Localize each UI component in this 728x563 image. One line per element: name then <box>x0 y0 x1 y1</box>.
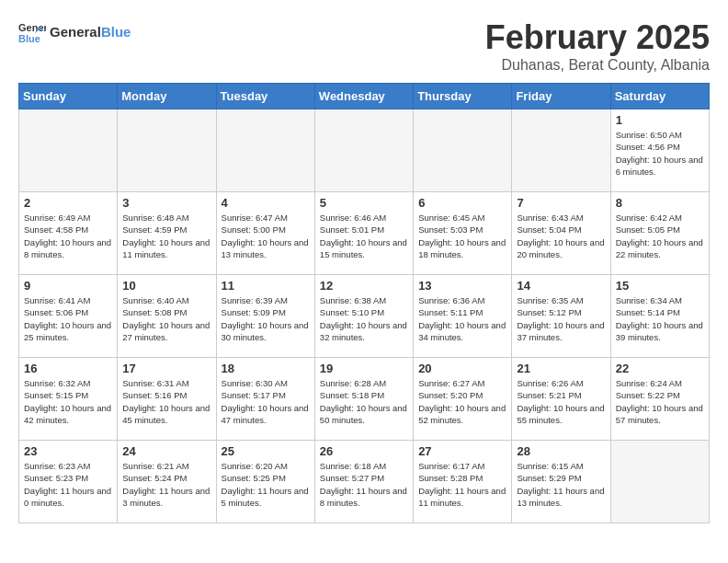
day-number: 28 <box>517 444 605 458</box>
calendar-cell: 6Sunrise: 6:45 AMSunset: 5:03 PMDaylight… <box>414 192 512 275</box>
calendar-cell: 9Sunrise: 6:41 AMSunset: 5:06 PMDaylight… <box>19 275 118 358</box>
day-number: 12 <box>320 279 408 293</box>
calendar-cell: 13Sunrise: 6:36 AMSunset: 5:11 PMDayligh… <box>414 275 512 358</box>
day-number: 25 <box>222 444 310 458</box>
day-info: Sunrise: 6:15 AMSunset: 5:29 PMDaylight:… <box>517 460 605 509</box>
calendar-day-header: Wednesday <box>314 84 413 109</box>
day-number: 16 <box>24 362 112 375</box>
calendar-cell <box>19 109 118 192</box>
day-number: 17 <box>122 362 210 375</box>
day-info: Sunrise: 6:17 AMSunset: 5:28 PMDaylight:… <box>418 460 506 509</box>
day-info: Sunrise: 6:23 AMSunset: 5:23 PMDaylight:… <box>24 460 112 509</box>
day-info: Sunrise: 6:32 AMSunset: 5:15 PMDaylight:… <box>24 377 112 426</box>
calendar-cell: 16Sunrise: 6:32 AMSunset: 5:15 PMDayligh… <box>19 358 118 441</box>
calendar-cell <box>512 109 610 192</box>
calendar-cell: 4Sunrise: 6:47 AMSunset: 5:00 PMDaylight… <box>216 192 314 275</box>
day-number: 6 <box>418 196 506 210</box>
calendar-cell: 8Sunrise: 6:42 AMSunset: 5:05 PMDaylight… <box>610 192 709 275</box>
calendar-week-row: 9Sunrise: 6:41 AMSunset: 5:06 PMDaylight… <box>19 275 710 358</box>
calendar-cell: 14Sunrise: 6:35 AMSunset: 5:12 PMDayligh… <box>512 275 610 358</box>
title-block: February 2025 Duhanas, Berat County, Alb… <box>485 18 710 74</box>
day-number: 15 <box>616 279 704 293</box>
day-number: 18 <box>222 362 310 375</box>
calendar-cell: 11Sunrise: 6:39 AMSunset: 5:09 PMDayligh… <box>216 275 314 358</box>
calendar-cell: 25Sunrise: 6:20 AMSunset: 5:25 PMDayligh… <box>216 441 314 523</box>
day-number: 7 <box>517 196 605 210</box>
calendar-cell <box>118 109 216 192</box>
day-number: 23 <box>24 444 112 458</box>
day-info: Sunrise: 6:34 AMSunset: 5:14 PMDaylight:… <box>616 294 704 343</box>
calendar-cell <box>216 109 314 192</box>
day-info: Sunrise: 6:42 AMSunset: 5:05 PMDaylight:… <box>616 212 704 260</box>
calendar-cell: 22Sunrise: 6:24 AMSunset: 5:22 PMDayligh… <box>610 358 709 441</box>
calendar-cell: 17Sunrise: 6:31 AMSunset: 5:16 PMDayligh… <box>118 358 216 441</box>
calendar-day-header: Thursday <box>414 84 512 109</box>
calendar-cell: 27Sunrise: 6:17 AMSunset: 5:28 PMDayligh… <box>414 441 512 523</box>
day-number: 27 <box>418 444 506 458</box>
svg-text:General: General <box>18 22 46 33</box>
calendar-header-row: SundayMondayTuesdayWednesdayThursdayFrid… <box>19 84 710 109</box>
calendar-cell: 21Sunrise: 6:26 AMSunset: 5:21 PMDayligh… <box>512 358 610 441</box>
day-info: Sunrise: 6:36 AMSunset: 5:11 PMDaylight:… <box>418 294 506 343</box>
day-number: 24 <box>122 444 210 458</box>
calendar-cell: 19Sunrise: 6:28 AMSunset: 5:18 PMDayligh… <box>314 358 413 441</box>
calendar-cell: 23Sunrise: 6:23 AMSunset: 5:23 PMDayligh… <box>19 441 118 523</box>
calendar-week-row: 1Sunrise: 6:50 AMSunset: 4:56 PMDaylight… <box>19 109 710 192</box>
page-header: General Blue GeneralBlue February 2025 D… <box>18 18 710 74</box>
calendar-day-header: Saturday <box>610 84 709 109</box>
calendar-cell <box>610 441 709 523</box>
day-number: 5 <box>320 196 408 210</box>
calendar-day-header: Monday <box>118 84 216 109</box>
day-number: 11 <box>222 279 310 293</box>
logo: General Blue GeneralBlue <box>18 18 131 46</box>
calendar-cell: 15Sunrise: 6:34 AMSunset: 5:14 PMDayligh… <box>610 275 709 358</box>
day-number: 1 <box>616 113 704 127</box>
day-number: 10 <box>122 279 210 293</box>
day-info: Sunrise: 6:28 AMSunset: 5:18 PMDaylight:… <box>320 377 408 426</box>
day-number: 21 <box>517 362 605 375</box>
day-info: Sunrise: 6:30 AMSunset: 5:17 PMDaylight:… <box>222 377 310 426</box>
calendar-week-row: 23Sunrise: 6:23 AMSunset: 5:23 PMDayligh… <box>19 441 710 523</box>
calendar-day-header: Tuesday <box>216 84 314 109</box>
day-info: Sunrise: 6:45 AMSunset: 5:03 PMDaylight:… <box>418 212 506 260</box>
location-subtitle: Duhanas, Berat County, Albania <box>485 57 710 74</box>
day-number: 3 <box>122 196 210 210</box>
day-number: 22 <box>616 362 704 375</box>
calendar-cell: 12Sunrise: 6:38 AMSunset: 5:10 PMDayligh… <box>314 275 413 358</box>
logo-general-text: General <box>50 24 101 40</box>
calendar-cell: 5Sunrise: 6:46 AMSunset: 5:01 PMDaylight… <box>314 192 413 275</box>
logo-icon: General Blue <box>18 18 46 46</box>
day-number: 26 <box>320 444 408 458</box>
calendar-day-header: Friday <box>512 84 610 109</box>
month-year-title: February 2025 <box>485 18 710 57</box>
day-number: 9 <box>24 279 112 293</box>
day-info: Sunrise: 6:40 AMSunset: 5:08 PMDaylight:… <box>122 294 210 343</box>
calendar-cell: 7Sunrise: 6:43 AMSunset: 5:04 PMDaylight… <box>512 192 610 275</box>
calendar-cell: 24Sunrise: 6:21 AMSunset: 5:24 PMDayligh… <box>118 441 216 523</box>
day-info: Sunrise: 6:21 AMSunset: 5:24 PMDaylight:… <box>122 460 210 509</box>
calendar-cell: 2Sunrise: 6:49 AMSunset: 4:58 PMDaylight… <box>19 192 118 275</box>
day-info: Sunrise: 6:47 AMSunset: 5:00 PMDaylight:… <box>222 212 310 260</box>
calendar-day-header: Sunday <box>19 84 118 109</box>
svg-text:Blue: Blue <box>18 33 40 44</box>
day-info: Sunrise: 6:26 AMSunset: 5:21 PMDaylight:… <box>517 377 605 426</box>
calendar-table: SundayMondayTuesdayWednesdayThursdayFrid… <box>18 83 710 523</box>
calendar-cell: 28Sunrise: 6:15 AMSunset: 5:29 PMDayligh… <box>512 441 610 523</box>
day-info: Sunrise: 6:24 AMSunset: 5:22 PMDaylight:… <box>616 377 704 426</box>
calendar-cell: 20Sunrise: 6:27 AMSunset: 5:20 PMDayligh… <box>414 358 512 441</box>
day-number: 2 <box>24 196 112 210</box>
day-info: Sunrise: 6:50 AMSunset: 4:56 PMDaylight:… <box>616 129 704 178</box>
day-info: Sunrise: 6:35 AMSunset: 5:12 PMDaylight:… <box>517 294 605 343</box>
day-info: Sunrise: 6:31 AMSunset: 5:16 PMDaylight:… <box>122 377 210 426</box>
calendar-cell: 18Sunrise: 6:30 AMSunset: 5:17 PMDayligh… <box>216 358 314 441</box>
day-info: Sunrise: 6:18 AMSunset: 5:27 PMDaylight:… <box>320 460 408 509</box>
logo-blue-text: Blue <box>101 24 131 40</box>
day-number: 19 <box>320 362 408 375</box>
calendar-cell <box>314 109 413 192</box>
day-number: 8 <box>616 196 704 210</box>
calendar-week-row: 16Sunrise: 6:32 AMSunset: 5:15 PMDayligh… <box>19 358 710 441</box>
day-info: Sunrise: 6:43 AMSunset: 5:04 PMDaylight:… <box>517 212 605 260</box>
calendar-cell: 26Sunrise: 6:18 AMSunset: 5:27 PMDayligh… <box>314 441 413 523</box>
day-info: Sunrise: 6:38 AMSunset: 5:10 PMDaylight:… <box>320 294 408 343</box>
day-info: Sunrise: 6:48 AMSunset: 4:59 PMDaylight:… <box>122 212 210 260</box>
